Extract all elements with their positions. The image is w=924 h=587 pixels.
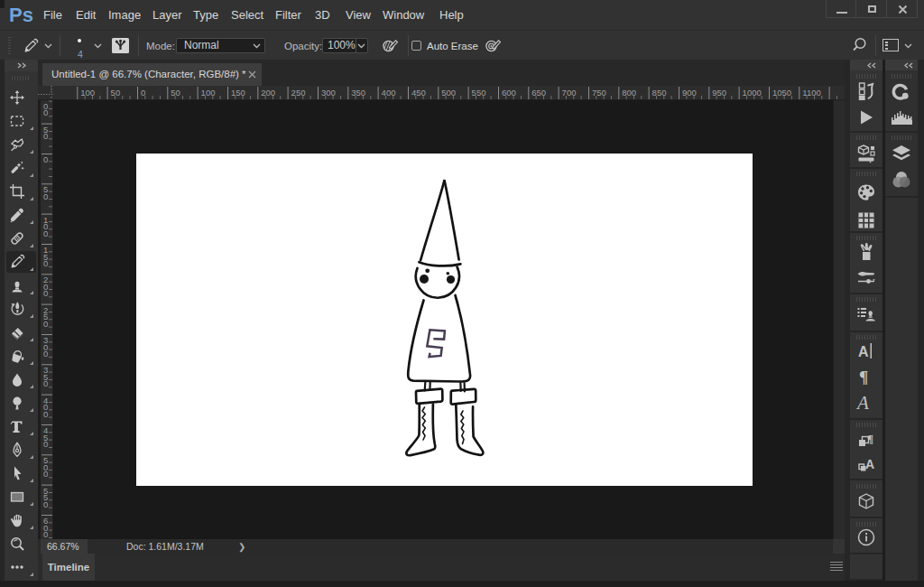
svg-text:1000: 1000 [743, 88, 762, 98]
svg-text:¶: ¶ [859, 368, 868, 386]
svg-text:0: 0 [43, 228, 48, 238]
svg-text:850: 850 [652, 88, 667, 98]
svg-text:950: 950 [712, 88, 726, 98]
svg-text:150: 150 [231, 88, 245, 98]
svg-text:200: 200 [261, 88, 275, 98]
svg-text:250: 250 [291, 88, 306, 98]
svg-text:50: 50 [111, 88, 121, 98]
svg-text:0: 0 [43, 469, 48, 479]
svg-text:650: 650 [531, 88, 546, 98]
svg-text:0: 0 [43, 409, 48, 419]
svg-text:400: 400 [382, 88, 396, 98]
svg-text:0: 0 [43, 529, 48, 539]
svg-text:0: 0 [43, 349, 48, 359]
svg-text:¶: ¶ [867, 432, 873, 445]
svg-text:0: 0 [43, 107, 48, 117]
svg-text:1050: 1050 [772, 88, 791, 98]
svg-text:0: 0 [43, 131, 48, 141]
svg-text:800: 800 [622, 88, 636, 98]
svg-text:0: 0 [43, 378, 48, 388]
svg-text:0: 0 [43, 191, 48, 201]
svg-text:1100: 1100 [802, 88, 820, 98]
svg-text:350: 350 [351, 88, 365, 98]
svg-text:100: 100 [80, 88, 95, 98]
svg-text:100: 100 [201, 88, 216, 98]
svg-text:0: 0 [43, 439, 48, 449]
svg-text:900: 900 [682, 88, 697, 98]
svg-text:50: 50 [171, 88, 180, 98]
svg-text:0: 0 [43, 319, 48, 329]
svg-text:A: A [865, 457, 874, 471]
svg-text:600: 600 [502, 88, 516, 98]
svg-text:0: 0 [43, 154, 48, 164]
svg-text:0: 0 [43, 499, 48, 509]
svg-text:700: 700 [562, 88, 577, 98]
svg-text:A: A [856, 393, 869, 413]
svg-text:300: 300 [321, 88, 336, 98]
svg-text:500: 500 [441, 88, 456, 98]
svg-text:450: 450 [411, 88, 426, 98]
svg-text:0: 0 [43, 258, 48, 268]
svg-text:550: 550 [472, 88, 486, 98]
svg-text:0: 0 [141, 88, 145, 98]
svg-text:0: 0 [43, 288, 48, 298]
svg-text:750: 750 [592, 88, 606, 98]
svg-text:A: A [858, 344, 869, 359]
